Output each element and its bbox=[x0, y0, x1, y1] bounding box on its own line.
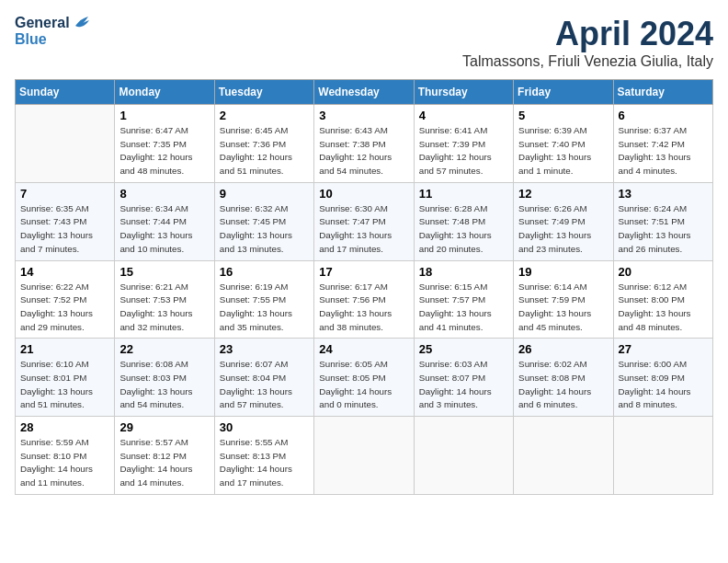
day-info: Sunrise: 6:02 AMSunset: 8:08 PMDaylight:… bbox=[518, 358, 608, 412]
calendar-table: Sunday Monday Tuesday Wednesday Thursday… bbox=[15, 79, 713, 495]
day-info: Sunrise: 6:10 AMSunset: 8:01 PMDaylight:… bbox=[20, 358, 109, 412]
calendar-cell: 20Sunrise: 6:12 AMSunset: 8:00 PMDayligh… bbox=[613, 260, 712, 339]
calendar-week-row: 14Sunrise: 6:22 AMSunset: 7:52 PMDayligh… bbox=[16, 260, 713, 339]
day-info: Sunrise: 6:37 AMSunset: 7:42 PMDaylight:… bbox=[619, 124, 708, 178]
day-info: Sunrise: 5:57 AMSunset: 8:12 PMDaylight:… bbox=[119, 436, 209, 490]
calendar-cell: 12Sunrise: 6:26 AMSunset: 7:49 PMDayligh… bbox=[514, 182, 613, 260]
day-number: 22 bbox=[119, 342, 209, 356]
header-thursday: Thursday bbox=[414, 80, 513, 105]
month-title: April 2024 bbox=[462, 15, 713, 53]
day-number: 24 bbox=[319, 342, 408, 356]
calendar-cell: 8Sunrise: 6:34 AMSunset: 7:44 PMDaylight… bbox=[115, 182, 214, 260]
calendar-week-row: 21Sunrise: 6:10 AMSunset: 8:01 PMDayligh… bbox=[16, 339, 713, 417]
day-number: 16 bbox=[220, 265, 309, 279]
calendar-week-row: 28Sunrise: 5:59 AMSunset: 8:10 PMDayligh… bbox=[16, 417, 713, 495]
day-number: 9 bbox=[220, 187, 309, 201]
calendar-cell: 22Sunrise: 6:08 AMSunset: 8:03 PMDayligh… bbox=[115, 339, 214, 417]
calendar-cell: 5Sunrise: 6:39 AMSunset: 7:40 PMDaylight… bbox=[514, 105, 613, 183]
day-info: Sunrise: 6:30 AMSunset: 7:47 PMDaylight:… bbox=[319, 202, 408, 257]
day-info: Sunrise: 6:15 AMSunset: 7:57 PMDaylight:… bbox=[419, 281, 508, 335]
day-number: 14 bbox=[20, 265, 109, 279]
calendar-cell: 21Sunrise: 6:10 AMSunset: 8:01 PMDayligh… bbox=[16, 339, 115, 417]
day-info: Sunrise: 6:14 AMSunset: 7:59 PMDaylight:… bbox=[518, 281, 608, 335]
logo-general-text: General bbox=[15, 15, 70, 31]
location-subtitle: Talmassons, Friuli Venezia Giulia, Italy bbox=[462, 53, 713, 70]
calendar-cell: 3Sunrise: 6:43 AMSunset: 7:38 PMDaylight… bbox=[314, 105, 414, 183]
day-number: 1 bbox=[119, 109, 209, 122]
day-info: Sunrise: 6:41 AMSunset: 7:39 PMDaylight:… bbox=[419, 124, 508, 178]
day-info: Sunrise: 6:22 AMSunset: 7:52 PMDaylight:… bbox=[20, 281, 109, 335]
day-info: Sunrise: 6:00 AMSunset: 8:09 PMDaylight:… bbox=[619, 358, 708, 412]
day-info: Sunrise: 6:43 AMSunset: 7:38 PMDaylight:… bbox=[319, 124, 408, 178]
calendar-cell: 27Sunrise: 6:00 AMSunset: 8:09 PMDayligh… bbox=[613, 339, 712, 417]
title-block: April 2024 Talmassons, Friuli Venezia Gi… bbox=[462, 15, 713, 70]
day-number: 6 bbox=[619, 109, 708, 122]
calendar-cell bbox=[314, 417, 414, 495]
day-number: 8 bbox=[119, 187, 209, 201]
day-number: 12 bbox=[518, 187, 608, 201]
calendar-cell: 30Sunrise: 5:55 AMSunset: 8:13 PMDayligh… bbox=[214, 417, 313, 495]
day-info: Sunrise: 6:07 AMSunset: 8:04 PMDaylight:… bbox=[220, 358, 309, 412]
calendar-cell bbox=[414, 417, 513, 495]
day-number: 21 bbox=[20, 342, 109, 356]
calendar-cell bbox=[514, 417, 613, 495]
calendar-cell bbox=[16, 105, 115, 183]
day-number: 27 bbox=[619, 342, 708, 356]
calendar-cell: 11Sunrise: 6:28 AMSunset: 7:48 PMDayligh… bbox=[414, 182, 513, 260]
day-number: 28 bbox=[20, 420, 109, 434]
header-friday: Friday bbox=[514, 80, 613, 105]
header-sunday: Sunday bbox=[16, 80, 115, 105]
day-info: Sunrise: 6:03 AMSunset: 8:07 PMDaylight:… bbox=[419, 358, 508, 412]
day-info: Sunrise: 6:28 AMSunset: 7:48 PMDaylight:… bbox=[419, 202, 508, 257]
calendar-cell: 25Sunrise: 6:03 AMSunset: 8:07 PMDayligh… bbox=[414, 339, 513, 417]
calendar-cell: 26Sunrise: 6:02 AMSunset: 8:08 PMDayligh… bbox=[514, 339, 613, 417]
calendar-week-row: 1Sunrise: 6:47 AMSunset: 7:35 PMDaylight… bbox=[16, 105, 713, 183]
calendar-cell: 2Sunrise: 6:45 AMSunset: 7:36 PMDaylight… bbox=[214, 105, 313, 183]
day-info: Sunrise: 5:59 AMSunset: 8:10 PMDaylight:… bbox=[20, 436, 109, 490]
day-number: 3 bbox=[319, 109, 408, 122]
logo-bird-icon bbox=[72, 15, 92, 31]
calendar-cell: 1Sunrise: 6:47 AMSunset: 7:35 PMDaylight… bbox=[115, 105, 214, 183]
day-info: Sunrise: 5:55 AMSunset: 8:13 PMDaylight:… bbox=[220, 436, 309, 490]
calendar-cell: 7Sunrise: 6:35 AMSunset: 7:43 PMDaylight… bbox=[16, 182, 115, 260]
calendar-cell: 10Sunrise: 6:30 AMSunset: 7:47 PMDayligh… bbox=[314, 182, 414, 260]
page-header: General Blue April 2024 Talmassons, Friu… bbox=[15, 15, 713, 70]
header-wednesday: Wednesday bbox=[314, 80, 414, 105]
day-info: Sunrise: 6:21 AMSunset: 7:53 PMDaylight:… bbox=[119, 281, 209, 335]
logo: General Blue bbox=[15, 15, 92, 48]
calendar-cell: 24Sunrise: 6:05 AMSunset: 8:05 PMDayligh… bbox=[314, 339, 414, 417]
day-number: 26 bbox=[518, 342, 608, 356]
day-number: 7 bbox=[20, 187, 109, 201]
calendar-cell: 17Sunrise: 6:17 AMSunset: 7:56 PMDayligh… bbox=[314, 260, 414, 339]
day-number: 30 bbox=[220, 420, 309, 434]
day-number: 2 bbox=[220, 109, 309, 122]
day-number: 20 bbox=[619, 265, 708, 279]
day-number: 15 bbox=[119, 265, 209, 279]
day-info: Sunrise: 6:39 AMSunset: 7:40 PMDaylight:… bbox=[518, 124, 608, 178]
calendar-cell: 15Sunrise: 6:21 AMSunset: 7:53 PMDayligh… bbox=[115, 260, 214, 339]
calendar-cell: 14Sunrise: 6:22 AMSunset: 7:52 PMDayligh… bbox=[16, 260, 115, 339]
calendar-header-row: Sunday Monday Tuesday Wednesday Thursday… bbox=[16, 80, 713, 105]
day-info: Sunrise: 6:19 AMSunset: 7:55 PMDaylight:… bbox=[220, 281, 309, 335]
day-info: Sunrise: 6:17 AMSunset: 7:56 PMDaylight:… bbox=[319, 281, 408, 335]
logo-blue-text: Blue bbox=[15, 31, 47, 48]
header-saturday: Saturday bbox=[613, 80, 712, 105]
day-info: Sunrise: 6:34 AMSunset: 7:44 PMDaylight:… bbox=[119, 202, 209, 257]
calendar-cell: 29Sunrise: 5:57 AMSunset: 8:12 PMDayligh… bbox=[115, 417, 214, 495]
day-number: 5 bbox=[518, 109, 608, 122]
day-info: Sunrise: 6:35 AMSunset: 7:43 PMDaylight:… bbox=[20, 202, 109, 257]
header-monday: Monday bbox=[115, 80, 214, 105]
calendar-cell: 23Sunrise: 6:07 AMSunset: 8:04 PMDayligh… bbox=[214, 339, 313, 417]
calendar-week-row: 7Sunrise: 6:35 AMSunset: 7:43 PMDaylight… bbox=[16, 182, 713, 260]
day-number: 17 bbox=[319, 265, 408, 279]
day-info: Sunrise: 6:47 AMSunset: 7:35 PMDaylight:… bbox=[119, 124, 209, 178]
day-info: Sunrise: 6:08 AMSunset: 8:03 PMDaylight:… bbox=[119, 358, 209, 412]
day-info: Sunrise: 6:05 AMSunset: 8:05 PMDaylight:… bbox=[319, 358, 408, 412]
day-number: 29 bbox=[119, 420, 209, 434]
day-info: Sunrise: 6:24 AMSunset: 7:51 PMDaylight:… bbox=[619, 202, 708, 257]
day-info: Sunrise: 6:45 AMSunset: 7:36 PMDaylight:… bbox=[220, 124, 309, 178]
day-number: 19 bbox=[518, 265, 608, 279]
day-info: Sunrise: 6:12 AMSunset: 8:00 PMDaylight:… bbox=[619, 281, 708, 335]
day-number: 18 bbox=[419, 265, 508, 279]
calendar-cell: 6Sunrise: 6:37 AMSunset: 7:42 PMDaylight… bbox=[613, 105, 712, 183]
